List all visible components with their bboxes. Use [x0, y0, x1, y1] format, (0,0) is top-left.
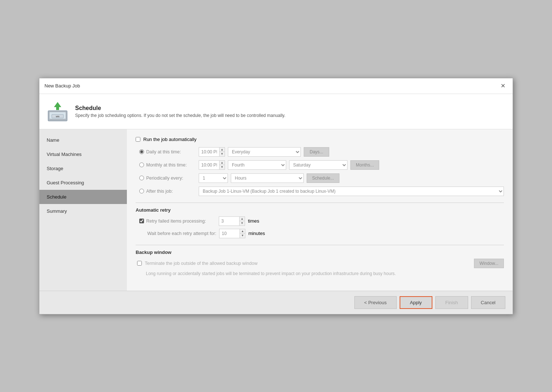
run-auto-checkbox[interactable] [136, 137, 140, 142]
periodically-unit-select[interactable]: Hours Minutes [231, 173, 304, 183]
bw-checkbox[interactable] [137, 261, 142, 266]
section-divider-2 [136, 245, 504, 245]
daily-time-spinbox[interactable]: ▲ ▼ [199, 147, 225, 157]
retry-count-input[interactable] [219, 217, 239, 226]
finish-button[interactable]: Finish [435, 296, 468, 309]
window-button[interactable]: Window... [474, 259, 504, 268]
cancel-button[interactable]: Cancel [471, 296, 505, 309]
daily-time-arrows: ▲ ▼ [219, 148, 225, 156]
sidebar-item-summary[interactable]: Summary [39, 204, 127, 218]
monthly-time-up[interactable]: ▲ [219, 161, 225, 165]
wait-row: Wait before each retry attempt for: ▲ ▼ … [139, 229, 504, 238]
previous-button[interactable]: < Previous [354, 296, 397, 309]
periodically-value-select[interactable]: 1 2 4 6 12 [199, 173, 228, 183]
monthly-radio-label[interactable]: Monthly at this time: [139, 162, 196, 168]
retry-count-down[interactable]: ▼ [240, 221, 245, 226]
body: Name Virtual Machines Storage Guest Proc… [39, 129, 513, 291]
retry-unit: times [248, 218, 259, 224]
backup-window-section: Backup window Terminate the job outside … [136, 250, 504, 277]
monthly-week-select[interactable]: First Second Third Fourth Last [228, 160, 286, 170]
daily-row: Daily at this time: ▲ ▼ Everyday Weekday… [139, 147, 504, 157]
dialog: New Backup Job ✕ vm Schedule Specify the… [39, 78, 513, 314]
monthly-day-select[interactable]: Monday Tuesday Wednesday Thursday Friday… [289, 160, 347, 170]
section-divider-1 [136, 203, 504, 203]
bw-description: Long running or accidentally started job… [137, 270, 504, 277]
wait-up[interactable]: ▲ [240, 229, 245, 234]
retry-count-arrows: ▲ ▼ [239, 217, 245, 226]
header-text: Schedule Specify the job scheduling opti… [75, 105, 285, 118]
header-description: Specify the job scheduling options. If y… [75, 113, 285, 118]
run-auto-row: Run the job automatically [136, 137, 504, 142]
retry-check-label[interactable]: Retry failed items processing: [139, 219, 216, 224]
monthly-time-input[interactable] [199, 161, 219, 169]
automatic-retry-section: Automatic retry Retry failed items proce… [136, 207, 504, 238]
header-title: Schedule [75, 105, 285, 111]
retry-checkbox[interactable] [139, 219, 144, 223]
monthly-time-arrows: ▲ ▼ [219, 161, 225, 169]
run-auto-label: Run the job automatically [143, 137, 197, 142]
periodically-radio-label[interactable]: Periodically every: [139, 176, 196, 181]
monthly-row: Monthly at this time: ▲ ▼ First Second [139, 160, 504, 170]
monthly-radio[interactable] [139, 162, 144, 167]
header-section: vm Schedule Specify the job scheduling o… [39, 94, 513, 129]
header-icon: vm [47, 101, 69, 122]
apply-button[interactable]: Apply [400, 296, 432, 309]
days-button[interactable]: Days... [304, 147, 329, 157]
periodically-radio[interactable] [139, 176, 144, 180]
sidebar-item-name[interactable]: Name [39, 133, 127, 147]
retry-row: Retry failed items processing: ▲ ▼ times [139, 216, 504, 226]
retry-section: Retry failed items processing: ▲ ▼ times [136, 216, 504, 238]
automatic-retry-title: Automatic retry [136, 207, 504, 213]
title-bar: New Backup Job ✕ [39, 78, 513, 94]
after-job-radio-label[interactable]: After this job: [139, 189, 196, 194]
dialog-title: New Backup Job [44, 83, 80, 89]
sidebar-item-schedule[interactable]: Schedule [39, 190, 127, 204]
sidebar-item-virtual-machines[interactable]: Virtual Machines [39, 147, 127, 161]
sidebar-item-guest-processing[interactable]: Guest Processing [39, 176, 127, 190]
wait-unit: minutes [248, 231, 265, 236]
wait-input[interactable] [219, 229, 240, 238]
retry-count-up[interactable]: ▲ [240, 217, 245, 222]
after-job-select[interactable]: Backup Job 1-Linux-VM (Backup Job 1 crea… [199, 187, 504, 196]
after-job-radio[interactable] [139, 189, 144, 193]
daily-frequency-select[interactable]: Everyday Weekdays Weekends [228, 147, 301, 157]
sidebar: Name Virtual Machines Storage Guest Proc… [39, 129, 127, 291]
schedule-button[interactable]: Schedule... [307, 173, 339, 183]
svg-text:vm: vm [56, 115, 59, 118]
daily-time-input[interactable] [199, 148, 219, 156]
close-button[interactable]: ✕ [498, 81, 508, 91]
wait-spinbox[interactable]: ▲ ▼ [219, 229, 245, 238]
daily-radio[interactable] [139, 149, 144, 154]
sidebar-item-storage[interactable]: Storage [39, 161, 127, 176]
svg-marker-4 [54, 102, 61, 110]
monthly-time-spinbox[interactable]: ▲ ▼ [199, 160, 225, 170]
daily-time-up[interactable]: ▲ [219, 148, 225, 152]
backup-window-content: Terminate the job outside of the allowed… [136, 259, 504, 277]
wait-down[interactable]: ▼ [240, 234, 245, 238]
backup-window-title: Backup window [136, 250, 504, 255]
periodically-row: Periodically every: 1 2 4 6 12 Hours Min… [139, 173, 504, 183]
retry-count-spinbox[interactable]: ▲ ▼ [219, 216, 245, 226]
main-content: Run the job automatically Daily at this … [127, 129, 513, 291]
wait-arrows: ▲ ▼ [240, 229, 245, 238]
footer: < Previous Apply Finish Cancel [39, 291, 513, 314]
monthly-time-down[interactable]: ▼ [219, 165, 225, 169]
after-job-row: After this job: Backup Job 1-Linux-VM (B… [139, 187, 504, 196]
daily-time-down[interactable]: ▼ [219, 152, 225, 156]
bw-check-label[interactable]: Terminate the job outside of the allowed… [137, 261, 257, 266]
months-button[interactable]: Months... [350, 160, 379, 170]
wait-label: Wait before each retry attempt for: [139, 231, 216, 236]
run-auto-section: Run the job automatically Daily at this … [136, 137, 504, 196]
daily-radio-label[interactable]: Daily at this time: [139, 149, 196, 154]
bw-top-row: Terminate the job outside of the allowed… [137, 259, 504, 268]
schedule-options: Daily at this time: ▲ ▼ Everyday Weekday… [136, 147, 504, 196]
